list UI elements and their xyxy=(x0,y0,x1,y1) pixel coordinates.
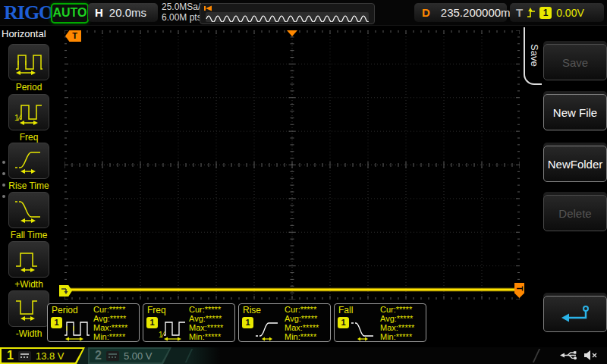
trigger-label: T xyxy=(516,6,523,19)
waveform-memory-preview xyxy=(200,3,375,24)
horizontal-timebase-box: H 20.0ms xyxy=(88,3,158,22)
sidebar-item-freq[interactable]: 1⁄ Freq xyxy=(0,94,58,143)
delay-value: 235.200000ms xyxy=(441,6,516,19)
memory-depth: 6.00M pts xyxy=(162,12,205,23)
plus-width-icon xyxy=(14,245,44,274)
panel-title: Freq xyxy=(147,305,166,315)
fall-time-icon xyxy=(350,315,379,341)
preview-window xyxy=(206,12,369,22)
measurement-panel-period: Period 1 Cur:***** Avg:***** Max:***** M… xyxy=(47,303,140,342)
sidebar-scroll-indicator xyxy=(2,161,7,206)
top-status-bar: RIGOL AUTO H 20.0ms 25.0MSa/s 6.00M pts … xyxy=(0,0,607,26)
minus-width-button[interactable] xyxy=(8,290,49,327)
sample-rate: 25.0MSa/s xyxy=(162,2,205,12)
sidebar-item-fall-time[interactable]: Fall Time xyxy=(0,192,58,240)
sidebar-item-rise-time[interactable]: Rise Time xyxy=(0,143,58,191)
save-button[interactable]: Save xyxy=(543,44,607,80)
freq-button[interactable]: 1⁄ xyxy=(8,94,49,130)
rise-time-button[interactable] xyxy=(8,143,49,179)
horizontal-label: H xyxy=(95,6,103,19)
graticule xyxy=(64,30,520,300)
back-button[interactable] xyxy=(543,296,607,332)
dc-coupling-icon xyxy=(18,351,31,361)
measurement-panel-rise: Rise 1 Cur:***** Avg:***** Max:***** Min… xyxy=(238,303,331,342)
channel2-number: 2 xyxy=(95,349,102,362)
panel-title: Period xyxy=(52,305,78,315)
timebase-value: 20.0ms xyxy=(109,6,146,19)
trigger-center-marker-icon xyxy=(287,30,297,36)
channel2-status[interactable]: 2 5.00 V xyxy=(88,347,171,364)
trigger-level-value: 0.00V xyxy=(556,7,584,19)
delay-offset-box: D 235.200000ms xyxy=(414,3,507,22)
delete-button[interactable]: Delete xyxy=(543,195,607,231)
rise-time-icon xyxy=(254,315,283,341)
fall-time-button[interactable] xyxy=(8,192,49,228)
minus-width-icon xyxy=(14,294,44,323)
panel-title: Rise xyxy=(243,305,261,315)
preview-sine-wave xyxy=(206,12,369,22)
dc-coupling-icon xyxy=(106,351,119,361)
sidebar-item-period[interactable]: Period xyxy=(0,44,58,93)
plus-width-button[interactable] xyxy=(8,241,49,278)
sidebar-item-label: Freq xyxy=(0,132,58,143)
oscilloscope-screen: RIGOL AUTO H 20.0ms 25.0MSa/s 6.00M pts … xyxy=(0,0,607,364)
measurement-values: Cur:***** Avg:***** Max:***** Min:***** xyxy=(93,305,127,341)
period-icon xyxy=(14,48,44,77)
sidebar-item-label: Fall Time xyxy=(0,230,58,240)
sidebar-item-plus-width[interactable]: +Width xyxy=(0,241,58,290)
channel-badge: 1 xyxy=(51,317,62,328)
new-folder-button[interactable]: NewFolder xyxy=(543,146,607,182)
menu-tab-save: Save xyxy=(524,27,542,85)
new-file-button[interactable]: New File xyxy=(543,94,607,130)
measurement-panel-freq: Freq 1 1⁄ Cur:***** Avg:***** Max:***** … xyxy=(143,303,235,342)
rising-edge-icon xyxy=(527,7,536,19)
frequency-icon: 1⁄ xyxy=(159,315,187,341)
speaker-muted-icon xyxy=(583,350,598,361)
trigger-left-arrow-icon xyxy=(203,5,212,11)
left-sidebar-title: Horizontal xyxy=(2,28,46,39)
trigger-channel-badge: 1 xyxy=(539,7,552,19)
bottom-status-bar: 1 13.8 V 2 5. xyxy=(0,347,607,364)
waveform-display-grid: T T xyxy=(64,30,520,300)
channel1-scale: 13.8 V xyxy=(36,350,64,362)
acquisition-info: 25.0MSa/s 6.00M pts xyxy=(162,2,205,23)
run-status-badge: AUTO xyxy=(51,3,89,24)
frequency-icon: 1⁄ xyxy=(14,98,44,127)
trigger-status-box: T 1 0.00V xyxy=(510,3,604,22)
measurement-panel-fall: Fall 1 Cur:***** Avg:***** Max:***** Min… xyxy=(334,303,426,342)
period-button[interactable] xyxy=(8,44,49,80)
channel2-scale: 5.00 V xyxy=(124,350,153,362)
delay-label: D xyxy=(422,6,430,19)
slot-divider xyxy=(175,349,193,362)
measurement-values: Cur:***** Avg:***** Max:***** Min:***** xyxy=(285,305,319,341)
channel-badge: 1 xyxy=(338,317,349,328)
return-arrow-icon xyxy=(558,304,592,324)
slot-divider xyxy=(522,349,540,362)
panel-title: Fall xyxy=(338,305,353,315)
sidebar-item-label: +Width xyxy=(0,279,58,290)
channel-badge: 1 xyxy=(242,317,253,328)
channel1-number: 1 xyxy=(7,349,14,362)
measurement-values: Cur:***** Avg:***** Max:***** Min:***** xyxy=(189,305,223,341)
channel1-status[interactable]: 1 13.8 V xyxy=(0,347,85,364)
rise-time-icon xyxy=(14,146,44,175)
channel-badge: 1 xyxy=(146,317,158,328)
period-icon xyxy=(63,315,92,341)
sidebar-item-label: Rise Time xyxy=(0,180,58,191)
usb-icon xyxy=(560,350,578,360)
fall-time-icon xyxy=(14,196,44,224)
measurement-values: Cur:***** Avg:***** Max:***** Min:***** xyxy=(380,305,414,341)
sidebar-item-label: Period xyxy=(0,82,58,93)
